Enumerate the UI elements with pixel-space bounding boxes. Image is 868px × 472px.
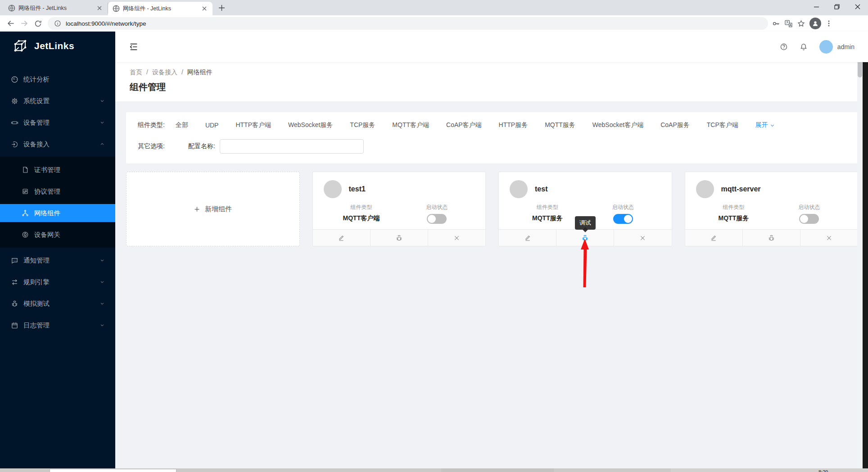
- menu-fold-icon[interactable]: [129, 42, 139, 52]
- content: 组件类型: 全部 UDP HTTP客户端 WebSocket服务 TCP服务 M…: [115, 101, 868, 468]
- forward-icon[interactable]: [18, 17, 31, 30]
- sidebar-item-simulation-test[interactable]: 模拟测试: [0, 295, 115, 313]
- sidebar-item-network-components[interactable]: 网络组件: [0, 204, 115, 222]
- help-icon[interactable]: [780, 43, 788, 51]
- component-name: mqtt-server: [721, 185, 761, 193]
- filter-option-tcp-server[interactable]: TCP服务: [350, 121, 375, 129]
- sidebar-item-log-management[interactable]: 日志管理: [0, 316, 115, 334]
- delete-button[interactable]: [800, 230, 858, 246]
- status-toggle[interactable]: [427, 214, 447, 224]
- filter-option-coap-client[interactable]: CoAP客户端: [446, 121, 482, 129]
- tab-close-icon[interactable]: [96, 5, 103, 12]
- restore-button[interactable]: [827, 0, 847, 14]
- filter-option-coap-server[interactable]: CoAP服务: [660, 121, 690, 129]
- sidebar-item-device-gateway[interactable]: 设备网关: [0, 226, 115, 244]
- app-header: admin: [115, 32, 868, 62]
- network-icon: [22, 209, 29, 217]
- logo[interactable]: JetLinks: [0, 32, 115, 60]
- sidebar-item-statistics[interactable]: 统计分析: [0, 70, 115, 88]
- address-bar[interactable]: localhost:9000/#/network/type: [48, 17, 768, 30]
- filter-option-websocket-client[interactable]: WebSocket客户端: [592, 121, 643, 129]
- component-type-value: MQTT客户端: [324, 214, 399, 222]
- taskbar-search-box[interactable]: [50, 469, 176, 472]
- browser-profile-icon[interactable]: [809, 18, 821, 29]
- expand-link[interactable]: 展开: [755, 121, 775, 129]
- sidebar-item-system-settings[interactable]: 系统设置: [0, 92, 115, 110]
- filter-option-http-server[interactable]: HTTP服务: [499, 121, 528, 129]
- component-type-value: MQTT服务: [696, 214, 772, 222]
- filter-option-mqtt-client[interactable]: MQTT客户端: [392, 121, 429, 129]
- user-avatar[interactable]: [819, 40, 833, 54]
- reload-icon[interactable]: [32, 17, 44, 30]
- windows-taskbar-sliver: 8:29: [0, 468, 868, 472]
- protocol-icon: [22, 188, 29, 195]
- debug-button[interactable]: [742, 230, 800, 246]
- debug-button[interactable]: [370, 230, 428, 246]
- sidebar-item-label: 网络组件: [34, 209, 60, 218]
- tab-title: 网络组件 - JetLinks: [18, 5, 93, 12]
- info-icon[interactable]: [54, 20, 61, 27]
- card-body: test1 组件类型 MQTT客户端 启动状态: [313, 172, 486, 229]
- sidebar-item-device-access[interactable]: 设备接入: [0, 135, 115, 153]
- browser-tab-2[interactable]: 网络组件 - JetLinks: [108, 2, 212, 15]
- page-scrollbar[interactable]: [857, 32, 863, 468]
- edit-button[interactable]: [499, 230, 556, 246]
- sidebar-item-device-management[interactable]: 设备管理: [0, 113, 115, 132]
- filter-option-http-client[interactable]: HTTP客户端: [235, 121, 271, 129]
- desktop-edge: [863, 32, 868, 472]
- breadcrumb-separator: /: [181, 68, 183, 77]
- new-tab-button[interactable]: [215, 1, 228, 14]
- delete-button[interactable]: [614, 230, 671, 246]
- card-actions: [685, 229, 858, 246]
- close-window-button[interactable]: [847, 0, 868, 14]
- chevron-down-icon: [100, 323, 104, 327]
- sidebar-item-label: 通知管理: [23, 256, 50, 265]
- add-component-label: 新增组件: [205, 205, 232, 213]
- sidebar-item-rule-engine[interactable]: 规则引擎: [0, 273, 115, 291]
- status-toggle[interactable]: [613, 214, 633, 224]
- breadcrumb-home[interactable]: 首页: [130, 68, 142, 77]
- component-avatar: [696, 180, 714, 198]
- component-card-test: test 组件类型 MQTT服务 启动状态: [498, 172, 672, 246]
- red-arrow-annotation: [579, 239, 592, 289]
- status-toggle[interactable]: [799, 214, 819, 224]
- filter-option-mqtt-server[interactable]: MQTT服务: [545, 121, 575, 129]
- filter-option-udp[interactable]: UDP: [205, 122, 219, 129]
- back-icon[interactable]: [5, 17, 17, 30]
- sidebar-item-notification[interactable]: 通知管理: [0, 251, 115, 269]
- component-card-test1: test1 组件类型 MQTT客户端 启动状态: [312, 172, 486, 246]
- filter-option-tcp-client[interactable]: TCP客户端: [707, 121, 738, 129]
- edit-button[interactable]: [685, 230, 742, 246]
- jetlinks-cube-logo-icon: [12, 37, 29, 54]
- component-type-value: MQTT服务: [510, 214, 585, 222]
- delete-button[interactable]: [428, 230, 485, 246]
- bell-icon[interactable]: [800, 43, 808, 51]
- sidebar-item-certificate[interactable]: 证书管理: [0, 161, 115, 179]
- password-key-icon[interactable]: [772, 19, 780, 28]
- toolbar-right: [772, 18, 835, 29]
- header-right: admin: [780, 40, 854, 54]
- minimize-button[interactable]: [806, 0, 827, 14]
- bookmark-star-icon[interactable]: [797, 19, 805, 28]
- tab-close-icon[interactable]: [201, 5, 208, 12]
- sidebar-menu: 统计分析 系统设置 设备管理: [0, 60, 115, 334]
- plus-icon: [194, 206, 200, 213]
- window-controls: [806, 0, 868, 15]
- breadcrumb-device-access[interactable]: 设备接入: [152, 68, 177, 77]
- sidebar-item-label: 日志管理: [23, 321, 50, 330]
- component-type-label: 组件类型: [324, 204, 399, 211]
- config-name-input[interactable]: [220, 139, 364, 154]
- filter-option-all[interactable]: 全部: [176, 121, 188, 129]
- browser-tab-1[interactable]: 网络组件 - JetLinks: [4, 3, 108, 14]
- browser-menu-dots-icon[interactable]: [825, 20, 832, 27]
- edit-button[interactable]: [313, 230, 370, 246]
- username[interactable]: admin: [837, 43, 854, 50]
- tab-title: 网络组件 - JetLinks: [123, 5, 198, 13]
- translate-icon[interactable]: [784, 19, 793, 28]
- gateway-icon: [22, 231, 29, 239]
- sidebar-item-protocol[interactable]: 协议管理: [0, 182, 115, 200]
- add-component-button[interactable]: 新增组件: [126, 172, 300, 246]
- url-text[interactable]: localhost:9000/#/network/type: [66, 20, 146, 27]
- sidebar-item-label: 设备管理: [23, 118, 50, 127]
- filter-option-websocket-server[interactable]: WebSocket服务: [288, 121, 333, 129]
